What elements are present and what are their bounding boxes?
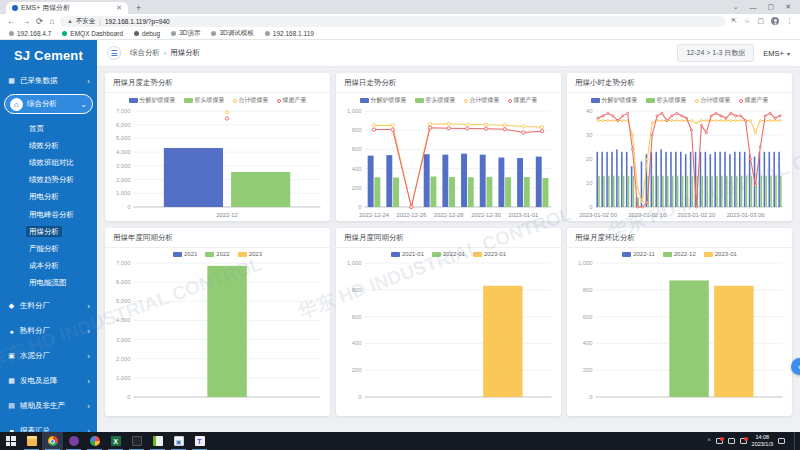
tray-expand-icon[interactable]: ^ <box>708 438 711 445</box>
legend-item[interactable]: 分解炉喷煤量 <box>591 96 638 105</box>
chart-card-monthly-mom: 用煤月度环比分析 2022-112022-122023-01 020040060… <box>567 228 792 416</box>
sidebar-group-label: 发电及总降 <box>20 376 58 386</box>
chrome-taskbar-button[interactable] <box>42 432 63 450</box>
share-icon[interactable]: ⇱ <box>731 17 737 25</box>
legend-item[interactable]: 合计喷煤量 <box>695 96 731 105</box>
sidebar-subitem-label: 绩效班组对比 <box>26 157 77 168</box>
svg-text:400: 400 <box>352 341 362 347</box>
refresh-icon[interactable]: ⟳ <box>36 16 43 26</box>
dashboard-app: SJ Cement ▦ 已采集数据 › ⌂ 综合分析 ⌄ 首页绩效分析绩效班组对… <box>0 40 800 432</box>
svg-text:200: 200 <box>352 367 362 373</box>
excel-taskbar-button[interactable]: X <box>105 432 126 450</box>
sidebar-subitem[interactable]: 绩效分析 <box>0 137 97 154</box>
sidebar-group-cement[interactable]: ▣水泥分厂› <box>0 344 97 369</box>
sidebar-item-comprehensive-analysis[interactable]: ⌂ 综合分析 ⌄ <box>4 94 93 114</box>
window-menu-chevron-icon[interactable]: ⌄ <box>733 3 739 11</box>
svg-text:0: 0 <box>589 394 592 400</box>
file-explorer-taskbar-button[interactable] <box>21 432 42 450</box>
legend-item[interactable]: 合计喷煤量 <box>464 96 500 105</box>
bookmark-item[interactable]: 3D调试模板 <box>211 29 253 38</box>
sidebar-subitem-label: 首页 <box>26 123 47 134</box>
sidebar-subitem[interactable]: 成本分析 <box>0 258 97 275</box>
app-purple-taskbar-button[interactable] <box>63 432 84 450</box>
notepad-taskbar-button[interactable] <box>147 432 168 450</box>
show-desktop-button[interactable] <box>794 432 797 450</box>
chart-plot[interactable]: 01,0002,0003,0004,0005,0006,0007,0002022… <box>105 105 330 221</box>
app-pinwheel-taskbar-button[interactable] <box>84 432 105 450</box>
window-maximize-icon[interactable]: ▢ <box>768 3 775 11</box>
new-tab-button[interactable]: + <box>136 3 141 13</box>
chart-plot[interactable]: 0102030402023-01-02 002023-01-02 102023-… <box>567 105 792 221</box>
teams-taskbar-button[interactable]: T <box>189 432 210 450</box>
svg-text:5,000: 5,000 <box>116 298 131 304</box>
forward-icon[interactable]: → <box>22 16 31 26</box>
sidebar-subitem[interactable]: 绩效趋势分析 <box>0 172 97 189</box>
bookmark-item[interactable]: 3D演示 <box>171 29 200 38</box>
legend-item[interactable]: 窑头喷煤量 <box>184 96 225 105</box>
sidebar-group-power[interactable]: ▦发电及总降› <box>0 369 97 394</box>
date-range-button[interactable]: 12-24 > 1-3 日数据 <box>677 44 754 62</box>
bookmark-item[interactable]: 192.168.4.7 <box>9 30 51 37</box>
charts-grid: 用煤月度走势分析 分解炉喷煤量窑头喷煤量合计喷煤量煤磨产量 01,0002,00… <box>97 67 800 432</box>
legend-swatch <box>622 252 631 257</box>
svg-text:800: 800 <box>352 127 362 133</box>
browser-tab[interactable]: EMS+ 用煤分析 ✕ <box>6 2 128 14</box>
bookmark-label: EMQX Dashboard <box>70 30 123 37</box>
chart-plot[interactable]: 01,0002,0003,0004,0005,0006,0007,000 <box>105 257 330 416</box>
legend-item[interactable]: 窑头喷煤量 <box>646 96 687 105</box>
taskbar-clock[interactable]: 14:08 2023/1/3 <box>752 434 773 447</box>
chart-plot[interactable]: 02004006008001,000 <box>567 257 792 416</box>
remote-app-tray-icon[interactable] <box>716 438 723 444</box>
app-selector[interactable]: EMS+ ▾ <box>763 49 790 58</box>
browser-menu-icon[interactable]: ⋮ <box>786 17 793 25</box>
sidebar-subitem[interactable]: 用电能流图 <box>0 275 97 292</box>
window-minimize-icon[interactable]: — <box>750 4 757 11</box>
tab-close-icon[interactable]: ✕ <box>116 4 122 12</box>
sidebar-subitem[interactable]: 绩效班组对比 <box>0 154 97 171</box>
home-icon[interactable]: ⌂ <box>49 16 54 26</box>
back-icon[interactable]: ← <box>7 16 16 26</box>
legend-item[interactable]: 分解炉喷煤量 <box>360 96 407 105</box>
svg-text:2,000: 2,000 <box>116 356 131 362</box>
bookmark-item[interactable]: debug <box>134 30 160 37</box>
legend-item[interactable]: 窑头喷煤量 <box>415 96 456 105</box>
sidebar-subitem[interactable]: 用煤分析 <box>0 223 97 240</box>
breadcrumb-parent[interactable]: 综合分析 <box>130 48 160 58</box>
svg-text:2023-01-02 20: 2023-01-02 20 <box>677 212 715 218</box>
bookmark-item[interactable]: 192.168.1.119 <box>265 30 314 37</box>
sidebar-subitem[interactable]: 用电分析 <box>0 189 97 206</box>
legend-swatch <box>415 98 424 103</box>
legend-swatch <box>464 99 468 103</box>
sidebar-toggle-button[interactable]: ☰ <box>107 46 121 60</box>
sidebar-group-auxiliary[interactable]: ▤辅助及非生产› <box>0 394 97 419</box>
photos-taskbar-button[interactable]: ▣ <box>168 432 189 450</box>
media-player-taskbar-button[interactable] <box>126 432 147 450</box>
legend-label: 窑头喷煤量 <box>657 96 687 105</box>
chart-plot[interactable]: 02004006008001,000 <box>336 257 561 416</box>
legend-item[interactable]: 分解炉喷煤量 <box>129 96 176 105</box>
sidebar-group-report[interactable]: ■报表汇总› <box>0 419 97 432</box>
reading-list-icon[interactable]: ▢ <box>757 17 764 25</box>
display-tray-icon[interactable] <box>728 438 735 444</box>
bookmark-star-icon[interactable]: ☆ <box>744 17 750 25</box>
svg-text:2023-01-01: 2023-01-01 <box>509 212 539 218</box>
legend-item[interactable]: 煤磨产量 <box>508 96 538 105</box>
profile-avatar[interactable] <box>771 17 779 25</box>
address-url: 192.168.1.119/?p=940 <box>105 18 170 25</box>
sidebar-group-raw-material[interactable]: ◆生料分厂› <box>0 294 97 319</box>
legend-item[interactable]: 合计喷煤量 <box>233 96 269 105</box>
sidebar-subitem[interactable]: 用电峰谷分析 <box>0 206 97 223</box>
address-bar[interactable]: ▲ 不安全 | 192.168.1.119/?p=940 <box>60 16 725 27</box>
action-center-icon[interactable] <box>778 438 785 444</box>
chart-plot[interactable]: 02004006008001,0002022-12-242022-12-2620… <box>336 105 561 221</box>
volume-tray-icon[interactable] <box>740 438 747 444</box>
legend-item[interactable]: 煤磨产量 <box>739 96 769 105</box>
sidebar-item-collected-data[interactable]: ▦ 已采集数据 › <box>0 70 97 92</box>
sidebar-subitem[interactable]: 首页 <box>0 120 97 137</box>
start-taskbar-button[interactable] <box>0 432 21 450</box>
sidebar-group-clinker[interactable]: ●熟料分厂› <box>0 319 97 344</box>
legend-item[interactable]: 煤磨产量 <box>277 96 307 105</box>
window-close-icon[interactable]: ✕ <box>785 3 791 11</box>
bookmark-item[interactable]: EMQX Dashboard <box>62 30 123 37</box>
sidebar-subitem[interactable]: 产能分析 <box>0 240 97 257</box>
